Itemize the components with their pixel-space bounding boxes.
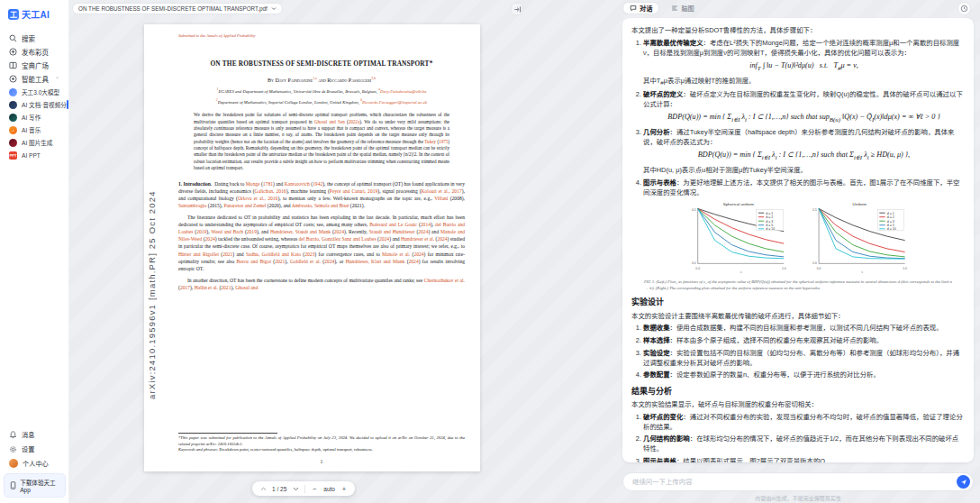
- bell-icon: [9, 431, 17, 439]
- gear-icon: [9, 445, 17, 453]
- phone-icon: [10, 481, 16, 489]
- zoom-out-button[interactable]: −: [310, 484, 319, 493]
- writing-icon: [9, 114, 17, 122]
- tool-label: AI 写作: [22, 113, 41, 122]
- chevron-up-icon[interactable]: ⌃: [55, 76, 59, 82]
- sidebar-item-publish[interactable]: 发布彩页: [0, 45, 68, 59]
- tiangong-logo-icon: 工: [8, 9, 19, 20]
- sidebar-bottom: 消息 设置 个人中心 下载体验天工App: [0, 427, 69, 498]
- sidebar-tool-doc-analysis[interactable]: AI 文档·音视频分析: [0, 98, 68, 111]
- list-item: 破坏点的定义：破坏点定义为在目标测度的权重发生变化时，映射Q(u)的稳定性。具体…: [643, 89, 965, 124]
- paper-abstract: We derive the breakdown point for soluti…: [194, 112, 449, 171]
- svg-text:0.0: 0.0: [817, 267, 821, 270]
- svg-text:d = 1: d = 1: [887, 211, 894, 215]
- tab-mindmap[interactable]: 脑图: [665, 2, 700, 14]
- svg-text:d = 3: d = 3: [887, 220, 894, 224]
- list-item: 半离散最优传输定义：考虑在L²损失下的Monge问题，给定一个绝对连续的概率测度…: [643, 38, 965, 87]
- search-icon: [9, 34, 17, 42]
- paper-affiliation-2: 2Department of Mathematics, Imperial Col…: [178, 98, 465, 105]
- zoom-level[interactable]: auto: [323, 486, 335, 492]
- svg-text:d = 10: d = 10: [766, 227, 775, 231]
- tool-label: AI 图片生成: [22, 138, 52, 147]
- sidebar-item-tools[interactable]: 智能工具 ⌃: [0, 72, 68, 86]
- sidebar-tool-music[interactable]: ♪ AI 音乐: [0, 123, 68, 136]
- paper-byline: By Davy Paindaveine1,a and Riccardo Pass…: [178, 77, 465, 83]
- page-up-button[interactable]: [259, 484, 268, 493]
- paper-keywords: Keywords and phrases: Breakdown point, c…: [178, 447, 465, 453]
- avatar: [9, 459, 18, 468]
- sidebar-item-messages[interactable]: 消息: [0, 427, 69, 442]
- zoom-in-button[interactable]: +: [340, 484, 349, 493]
- figure-right-legend: d = 1 d = 2 d = 3 d = 5 d = 10: [877, 209, 903, 230]
- list-item: 样本选择：样本由多个原子组成，选择不同的权重分布来观察其对破坏点的影响。: [643, 335, 965, 345]
- svg-text:1.0: 1.0: [782, 267, 786, 270]
- paper-affiliation-1: 1ECARES and Department of Mathematics, U…: [178, 87, 465, 94]
- history-button[interactable]: [957, 2, 971, 15]
- svg-text:0.5: 0.5: [692, 207, 696, 211]
- svg-text:0.0: 0.0: [695, 267, 700, 270]
- figure-1: Spherical uniform 0.5 0.0 0.0 1.0 c d: [631, 201, 965, 291]
- sidebar-item-search[interactable]: 搜索: [0, 32, 68, 45]
- ppt-icon: PPT: [9, 151, 17, 160]
- send-button[interactable]: [957, 475, 970, 489]
- pdf-toolbar: 1 / 25 − auto +: [252, 481, 355, 496]
- page-down-button[interactable]: [291, 484, 300, 493]
- sidebar-tool-ppt[interactable]: PPT AI PPT: [0, 149, 68, 161]
- svg-text:Uniform: Uniform: [853, 202, 867, 206]
- page-number: 1: [178, 459, 465, 464]
- download-app-label: 下载体验天工App: [20, 478, 61, 493]
- app-root: 工 天工AI 搜索 发布彩页 宝典广场 智能工具 ⌃ 天: [0, 0, 980, 503]
- tool-label: 天工3.0大模型: [22, 87, 59, 96]
- plaza-icon: [9, 61, 17, 69]
- svg-text:d = 1: d = 1: [766, 211, 773, 215]
- chat-answer-panel[interactable]: 本文提出了一种定量分析SDOT鲁棒性的方法，具体步骤如下： 半离散最优传输定义：…: [622, 18, 974, 462]
- footnote-rule: [178, 433, 277, 434]
- paper-footnote: *This paper was submitted for publicatio…: [178, 435, 465, 447]
- step-text: 半离散最优传输定义：考虑在L²损失下的Monge问题，给定一个绝对连续的概率测度…: [643, 39, 959, 57]
- list-item: 实验设定：实验设置包括不同的目标测度（如均匀分布、离散分布等）和参考测度（如球形…: [643, 348, 965, 368]
- sidebar-tool-image[interactable]: AI 图片生成: [0, 136, 68, 149]
- sidebar-item-settings[interactable]: 设置: [0, 442, 69, 456]
- list-item: 破坏点的变化：通过对不同权重分布的实验，发现当权重分布不均匀时，破坏点的值显著降…: [643, 412, 965, 432]
- tab-dialog[interactable]: 对话: [622, 2, 659, 14]
- tab-label: 脑图: [681, 4, 694, 13]
- svg-text:Spherical uniform: Spherical uniform: [723, 202, 755, 206]
- paper-footnotes: *This paper was submitted for publicatio…: [178, 433, 465, 464]
- chat-input-field[interactable]: [632, 478, 957, 486]
- paper-title: ON THE ROBUSTNESS OF SEMI-DISCRETE OPTIM…: [178, 59, 465, 68]
- sidebar-nav: 搜索 发布彩页 宝典广场 智能工具 ⌃ 天工3.0大模型 AI 文档·音视: [0, 32, 68, 161]
- app-logo[interactable]: 工 天工AI: [0, 0, 68, 21]
- figure-left-plot: Spherical uniform 0.5 0.0 0.0 1.0 c d: [692, 202, 786, 274]
- list-item: 图示与表格：为更好地理解上述方法，本文提供了相关的图示与表格。首先，图1展示了在…: [643, 178, 965, 197]
- svg-text:d = 10: d = 10: [887, 227, 896, 231]
- mindmap-icon: [671, 5, 678, 12]
- sidebar-item-profile[interactable]: 个人中心: [0, 456, 69, 471]
- document-tab-title: ON THE ROBUSTNESS OF SEMI-DISCRETE OPTIM…: [78, 5, 268, 12]
- method-steps: 半离散最优传输定义：考虑在L²损失下的Monge问题，给定一个绝对连续的概率测度…: [631, 38, 965, 197]
- list-item: 图示与表格：结果以图表形式展示，图2展示了双变量版本的O: [643, 456, 965, 462]
- pdf-page[interactable]: arXiv:2410.19596v1 [math.PR] 25 Oct 2024…: [144, 24, 480, 471]
- document-tab[interactable]: ON THE ROBUSTNESS OF SEMI-DISCRETE OPTIM…: [72, 3, 283, 14]
- tool-label: AI 文档·音视频分析: [22, 100, 68, 109]
- image-gen-icon: [9, 139, 17, 147]
- figure-left-legend: d = 1 d = 2 d = 3 d = 5 d = 10: [757, 209, 783, 230]
- ai-disclaimer: 内容由AI生成，不能完全保障真实性: [622, 494, 974, 502]
- chevron-up-icon: [260, 487, 267, 491]
- bottom-item-label: 设置: [22, 444, 34, 453]
- svg-text:0.5: 0.5: [812, 207, 817, 211]
- sidebar-item-plaza[interactable]: 宝典广场: [0, 59, 68, 72]
- bottom-item-label: 消息: [22, 430, 34, 439]
- arxiv-stamp: arXiv:2410.19596v1 [math.PR] 25 Oct 2024: [147, 111, 157, 399]
- history-clock-icon: [960, 5, 968, 13]
- collapse-right-icon: [513, 5, 522, 14]
- formula-bdp: BDP(Q(u)) = min { Σi∈I λi : I ⊂ {1,…,n} …: [643, 112, 965, 124]
- collapse-panel-button[interactable]: [511, 3, 523, 15]
- chevron-down-icon: [293, 487, 299, 491]
- formula-monge: infT ∫ ‖u − T(u)‖²dμ(u) s.t. T#μ = ν,: [643, 60, 965, 73]
- sidebar-tool-writing[interactable]: AI 写作: [0, 111, 68, 123]
- app-logo-text: 天工AI: [22, 7, 50, 21]
- list-item: 数据收集：使用合成数据集，构建不同的目标测度和参考测度，以测试不同几何结构下破坏…: [643, 323, 965, 333]
- download-app-button[interactable]: 下载体验天工App: [4, 473, 66, 498]
- sidebar-tool-model[interactable]: 天工3.0大模型: [0, 86, 68, 98]
- paper-paragraph: 1. Introduction. Dating back to Monge (1…: [178, 180, 465, 209]
